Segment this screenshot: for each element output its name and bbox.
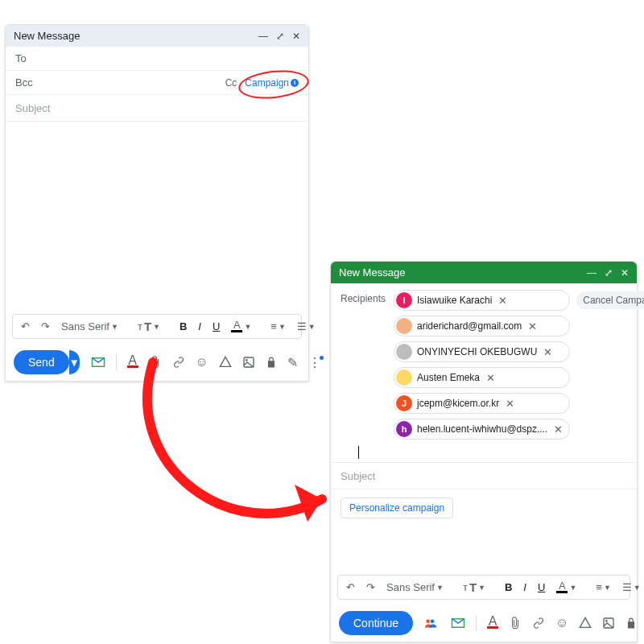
send-button[interactable]: Send [14,350,69,374]
cc-link[interactable]: Cc [225,77,237,89]
redo-icon[interactable]: ↷ [38,319,53,334]
compose-title: New Message [14,30,80,42]
emoji-icon[interactable]: ☺ [555,616,568,630]
recipient-input-cursor[interactable] [358,446,359,459]
compose-header[interactable]: New Message — ⤢ ✕ [331,262,637,283]
svg-point-5 [605,620,608,622]
chip-label: Austen Emeka [417,372,480,383]
signature-icon[interactable]: ✎ [287,355,298,370]
avatar [396,344,412,360]
expand-icon[interactable]: ⤢ [605,267,613,279]
subject-row[interactable] [331,463,637,489]
image-icon[interactable] [242,356,255,369]
underline-button[interactable]: U [209,319,223,334]
bold-button[interactable]: B [502,580,515,595]
undo-icon[interactable]: ↶ [18,319,33,334]
drive-icon[interactable] [219,356,232,369]
chip-label: ariderichard@gmail.com [417,320,522,332]
align-button[interactable]: ≡▼ [592,580,614,595]
continue-button[interactable]: Continue [339,611,413,635]
chip-label: jcepm@kicem.or.kr [417,398,499,409]
underline-button[interactable]: U [535,580,548,595]
avatar: J [396,395,412,411]
attach-icon[interactable] [149,356,162,369]
personalize-campaign-button[interactable]: Personalize campaign [341,497,453,518]
avatar: I [396,292,412,308]
redo-icon[interactable]: ↷ [363,580,378,595]
compose-header[interactable]: New Message — ⤢ ✕ [6,25,308,47]
to-row[interactable]: To [6,47,308,71]
chip-remove-icon[interactable]: ✕ [526,320,539,332]
chip-remove-icon[interactable]: ✕ [504,398,516,410]
recipient-chip[interactable]: ariderichard@gmail.com✕ [394,316,570,336]
recipient-chip[interactable]: Jjcepm@kicem.or.kr✕ [394,393,570,414]
chip-remove-icon[interactable]: ✕ [542,346,554,358]
compose-window-campaign: New Message — ⤢ ✕ Recipients IIsiawuike … [330,261,638,642]
font-family[interactable]: Sans Serif ▼ [58,319,122,334]
avatar [396,369,412,386]
recipient-chip[interactable]: hhelen.lucent-iwhiwhu@dspz....✕ [394,419,570,440]
list-button[interactable]: ☰▼ [619,580,644,595]
send-options-button[interactable]: ▼ [69,350,80,374]
font-size[interactable]: тT▼ [134,318,163,335]
drive-icon[interactable] [579,617,592,630]
chip-remove-icon[interactable]: ✕ [497,295,509,307]
compose-window-original: New Message — ⤢ ✕ To Bcc Cc Campaign i ↶… [5,24,309,382]
message-body[interactable] [6,122,308,314]
italic-button[interactable]: I [195,319,204,334]
close-icon[interactable]: ✕ [292,31,300,42]
campaign-label: Campaign [245,77,289,89]
image-icon[interactable] [602,617,615,630]
formatting-toolbar: ↶ ↷ Sans Serif ▼ тT▼ B I U A ▼ ≡▼ ☰▼ [337,575,630,600]
subject-input[interactable] [15,102,299,114]
text-color-button[interactable]: A ▼ [228,320,254,334]
subject-input[interactable] [341,470,627,482]
emoji-icon[interactable]: ☺ [196,355,208,369]
link-icon[interactable] [532,617,545,630]
list-button[interactable]: ☰▼ [294,319,319,334]
avatar: h [396,421,412,437]
recipients-row: Recipients IIsiawuike Karachi✕aridericha… [331,283,637,443]
compose-title: New Message [339,266,405,279]
campaign-link[interactable]: Campaign i [245,77,299,89]
subject-row[interactable] [6,95,308,122]
svg-point-1 [246,359,248,361]
chip-remove-icon[interactable]: ✕ [485,372,497,384]
close-icon[interactable]: ✕ [621,267,629,279]
info-icon: i [291,79,299,87]
text-color-footer-icon[interactable]: A [127,357,138,368]
toggle-mail-icon[interactable] [91,357,105,368]
expand-icon[interactable]: ⤢ [276,31,284,42]
minimize-icon[interactable]: — [258,31,268,42]
multisend-icon[interactable] [424,617,440,629]
undo-icon[interactable]: ↶ [343,580,358,595]
chip-label: helen.lucent-iwhiwhu@dspz.... [417,423,547,435]
to-label: To [15,52,59,64]
more-icon[interactable]: ⋮ [308,355,325,370]
recipient-chip[interactable]: ONYINYECHI OKEBUGWU✕ [394,341,570,362]
font-size[interactable]: тT▼ [460,579,489,596]
italic-button[interactable]: I [520,580,530,595]
recipient-chip[interactable]: Austen Emeka✕ [394,367,570,388]
cancel-campaign-chip[interactable]: Cancel Campaign ✖ [576,291,644,309]
confidential-icon[interactable] [266,356,277,369]
message-body[interactable] [331,518,637,575]
text-color-footer-icon[interactable]: A [487,617,498,629]
link-icon[interactable] [172,356,185,369]
attach-icon[interactable] [509,617,522,630]
confidential-icon[interactable] [625,617,637,630]
chip-remove-icon[interactable]: ✕ [552,423,564,436]
chip-label: Isiawuike Karachi [417,295,492,306]
avatar [396,318,412,334]
text-color-button[interactable]: A ▼ [553,580,580,595]
align-button[interactable]: ≡▼ [267,319,289,334]
annotation-arrow [97,354,354,564]
toggle-mail-icon[interactable] [451,617,465,629]
recipient-chip[interactable]: IIsiawuike Karachi✕ [394,290,570,311]
chip-label: ONYINYECHI OKEBUGWU [417,346,537,357]
bcc-row[interactable]: Bcc Cc Campaign i [6,71,308,95]
font-family[interactable]: Sans Serif ▼ [383,580,447,595]
minimize-icon[interactable]: — [587,267,597,279]
recipient-chips[interactable]: IIsiawuike Karachi✕ariderichard@gmail.co… [394,290,570,440]
bold-button[interactable]: B [176,319,190,334]
